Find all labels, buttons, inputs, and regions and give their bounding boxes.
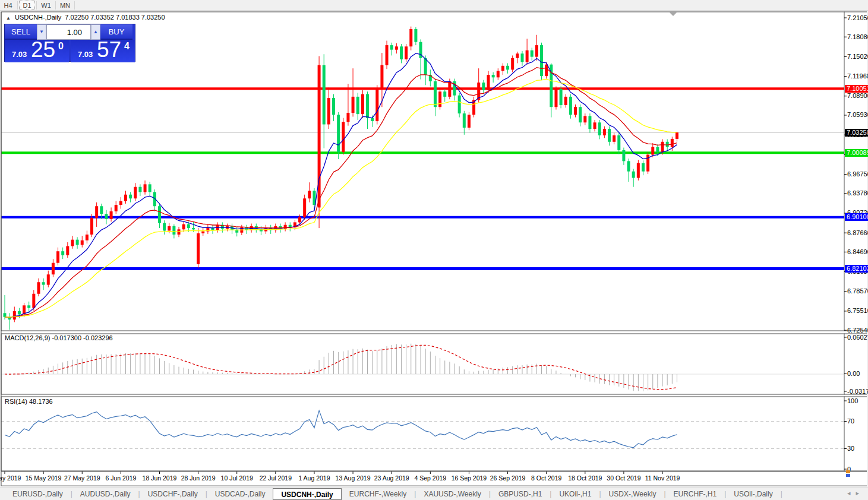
bid-prefix: 7.03 xyxy=(12,50,27,59)
ohlc-values: 7.02250 7.03352 7.01833 7.03250 xyxy=(65,14,165,21)
bid-price-tile[interactable]: 7.03 25 0 xyxy=(5,40,69,62)
panel-splitter[interactable] xyxy=(1,330,867,333)
bid-big-digits: 25 xyxy=(31,37,55,62)
chart-tab-eurchfh1[interactable]: EURCHF-,H1 xyxy=(666,488,725,500)
rsi-tick: 70 xyxy=(847,417,854,425)
price-badge: 7.00089 xyxy=(845,149,868,157)
chart-tab-bar: EURUSD-,Daily|AUDUSD-,Daily|USDCHF-,Dail… xyxy=(0,487,868,500)
axis-corner-icon xyxy=(846,470,850,477)
price-badge: 6.82103 xyxy=(845,265,868,273)
ask-pip-digit: 4 xyxy=(124,41,130,52)
macd-label: MACD(12,26,9) -0.017300 -0.023296 xyxy=(5,334,113,341)
bid-pip-digit: 0 xyxy=(58,41,64,52)
macd-tick: 0.060273 xyxy=(847,334,868,341)
symbol-title: USDCNH-,Daily xyxy=(15,14,61,21)
chart-tab-usdcnhdaily[interactable]: USDCNH-,Daily xyxy=(273,488,341,500)
tab-scroll-arrows[interactable]: ◂▸ xyxy=(847,489,864,497)
panel-splitter[interactable] xyxy=(1,394,867,397)
chart-tab-eurchfweekly[interactable]: EURCHF-,Weekly xyxy=(342,488,414,500)
rsi-tick: 100 xyxy=(847,397,858,404)
ask-big-digits: 57 xyxy=(97,37,121,62)
ask-price-tile[interactable]: 7.03 57 4 xyxy=(71,40,135,62)
chart-canvas[interactable] xyxy=(0,0,868,500)
chart-tab-usoildaily[interactable]: USOil-,Daily xyxy=(726,488,780,500)
date-tick: 11 Nov 2019 xyxy=(637,474,687,482)
price-tick: 6.96750 xyxy=(847,170,868,178)
price-tick: 6.93780 xyxy=(847,189,868,197)
tab-scroll-right-icon[interactable]: ▸ xyxy=(856,489,864,496)
price-tick: 7.08900 xyxy=(847,92,868,99)
price-badge: 7.03250 xyxy=(845,129,868,137)
chart-tab-eurusddaily[interactable]: EURUSD-,Daily xyxy=(5,488,71,500)
price-tick: 6.78570 xyxy=(847,287,868,295)
chart-tab-xauusdweekly[interactable]: XAUUSD-,Weekly xyxy=(416,488,488,500)
tab-separator: | xyxy=(781,490,782,498)
price-tick: 7.05930 xyxy=(847,111,868,118)
chart-tab-usdxweekly[interactable]: USDX-,Weekly xyxy=(601,488,664,500)
one-click-collapse-icon[interactable]: ▲ xyxy=(6,15,11,21)
rsi-tick: 30 xyxy=(847,445,854,452)
price-tick: 7.11960 xyxy=(847,72,868,80)
price-tick: 6.75510 xyxy=(847,307,868,314)
price-tick: 7.21050 xyxy=(847,14,868,21)
price-tick: 6.87660 xyxy=(847,229,868,236)
price-tick: 7.15020 xyxy=(847,53,868,60)
chart-tab-usdcaddaily[interactable]: USDCAD-,Daily xyxy=(207,488,273,500)
price-badge: 6.90100 xyxy=(845,213,868,221)
one-click-trading-panel: SELL ▼ ▲ BUY 7.03 25 0 7.03 57 4 xyxy=(4,24,135,62)
chart-tab-ukoilh1[interactable]: UKOil-,H1 xyxy=(551,488,599,500)
price-tick: 7.18080 xyxy=(847,33,868,40)
rsi-label: RSI(14) 48.1736 xyxy=(5,398,53,405)
chart-tab-usdchfdaily[interactable]: USDCHF-,Daily xyxy=(140,488,206,500)
price-tick: 6.84690 xyxy=(847,248,868,255)
tab-scroll-left-icon[interactable]: ◂ xyxy=(847,489,856,496)
chart-tab-gbpusdh1[interactable]: GBPUSD-,H1 xyxy=(491,488,550,500)
chart-tab-audusddaily[interactable]: AUDUSD-,Daily xyxy=(72,488,138,500)
ask-prefix: 7.03 xyxy=(78,50,93,59)
macd-tick: 0.00 xyxy=(847,370,860,377)
chart-legend: ▲ USDCNH-,Daily 7.02250 7.03352 7.01833 … xyxy=(6,14,165,21)
price-badge: 7.10051 xyxy=(845,85,868,93)
application-window: { "toolbar": { "timeframes": ["H4","D1",… xyxy=(0,0,868,500)
